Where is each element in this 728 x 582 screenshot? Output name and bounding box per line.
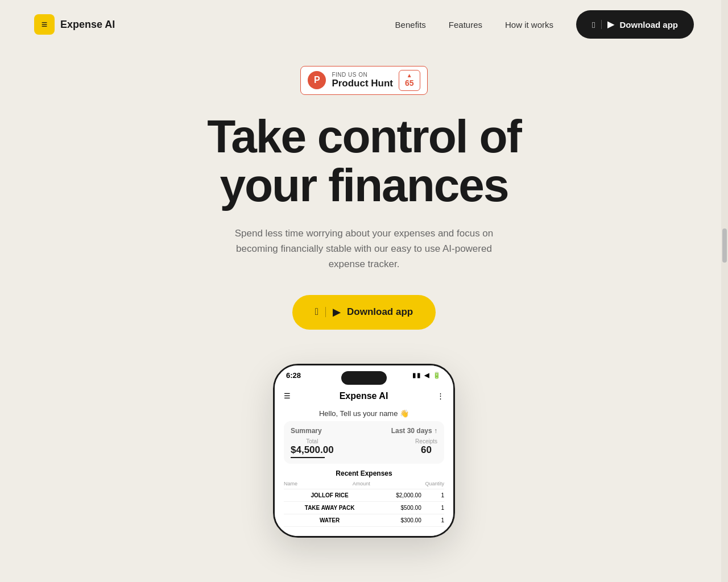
nav-links: Benefits Features How it works  ▶ Downl… [395, 10, 694, 39]
button-divider [601, 20, 602, 29]
hero-download-label: Download app [347, 306, 413, 318]
receipts-value: 60 [415, 444, 437, 456]
expense-table-header: Name Amount Quantity [284, 481, 444, 489]
recent-expenses: Recent Expenses Name Amount Quantity JOL… [284, 469, 444, 527]
hero-headline: Take control of your finances [207, 112, 521, 210]
product-hunt-text: FIND US ON Product Hunt [332, 72, 393, 89]
summary-row: Total $4,500.00 Receipts 60 [291, 438, 437, 458]
total-underline [291, 457, 325, 458]
expense-row-3: WATER $300.00 1 [284, 514, 444, 527]
votes-arrow: ▲ [407, 73, 412, 78]
nav-download-label: Download app [620, 20, 679, 30]
phone-header: ☰ Expense AI ⋮ [284, 388, 444, 405]
phone-time: 6:28 [286, 371, 301, 380]
expense-name-1: JOLLOF RICE [284, 492, 375, 498]
product-hunt-find: FIND US ON [332, 72, 393, 78]
navbar: ≡ Expense AI Benefits Features How it wo… [0, 0, 728, 49]
nav-link-how-it-works[interactable]: How it works [505, 20, 553, 30]
total-col: Total $4,500.00 [291, 438, 334, 458]
summary-header: Summary Last 30 days ↑ [291, 427, 437, 435]
product-hunt-badge[interactable]: P FIND US ON Product Hunt ▲ 65 [300, 66, 427, 95]
phone-content: ☰ Expense AI ⋮ Hello, Tell us your name … [275, 383, 453, 536]
hero-play-icon: ▶ [333, 306, 340, 318]
scrollbar-thumb[interactable] [722, 228, 727, 263]
apple-icon:  [592, 20, 595, 30]
expense-amount-2: $500.00 [375, 505, 421, 511]
hero-download-button[interactable]:  ▶ Download app [292, 295, 436, 330]
phone-summary: Summary Last 30 days ↑ Total $4,500.00 R… [284, 421, 444, 464]
summary-period: Last 30 days ↑ [391, 427, 437, 435]
logo[interactable]: ≡ Expense AI [34, 14, 115, 35]
phone-status-icons: ▮▮ ◀ 🔋 [412, 372, 442, 379]
expense-row-1: JOLLOF RICE $2,000.00 1 [284, 489, 444, 502]
product-hunt-logo: P [308, 71, 326, 89]
expense-name-2: TAKE AWAY PACK [284, 505, 375, 511]
play-icon: ▶ [607, 19, 614, 30]
col-quantity: Quantity [425, 481, 444, 487]
total-value: $4,500.00 [291, 444, 334, 456]
col-name: Name [284, 481, 297, 487]
expense-row-2: TAKE AWAY PACK $500.00 1 [284, 502, 444, 514]
product-hunt-votes: ▲ 65 [399, 70, 420, 91]
product-hunt-name: Product Hunt [332, 78, 393, 89]
hero-apple-icon:  [315, 306, 318, 318]
expense-qty-2: 1 [421, 505, 444, 511]
expense-qty-3: 1 [421, 517, 444, 523]
hero-section: P FIND US ON Product Hunt ▲ 65 Take cont… [0, 49, 728, 538]
phone-menu-icon: ☰ [284, 392, 291, 400]
summary-label: Summary [291, 427, 322, 435]
scrollbar[interactable] [721, 0, 728, 582]
hero-button-divider [325, 307, 326, 317]
receipts-label: Receipts [415, 438, 437, 444]
logo-icon: ≡ [34, 14, 55, 35]
receipts-col: Receipts 60 [415, 438, 437, 458]
phone-mockup: 6:28 ▮▮ ◀ 🔋 ☰ Expense AI ⋮ Hello, Tell u… [273, 364, 455, 538]
expense-amount-3: $300.00 [375, 517, 421, 523]
hero-subheadline: Spend less time worrying about your expe… [222, 226, 506, 272]
nav-link-features[interactable]: Features [449, 20, 482, 30]
col-amount: Amount [353, 481, 370, 487]
phone-more-icon: ⋮ [437, 392, 444, 400]
votes-count: 65 [405, 78, 414, 88]
phone-frame: 6:28 ▮▮ ◀ 🔋 ☰ Expense AI ⋮ Hello, Tell u… [273, 364, 455, 538]
total-label: Total [291, 438, 334, 444]
phone-app-title: Expense AI [291, 391, 437, 401]
headline-line1: Take control of [207, 110, 521, 162]
expense-amount-1: $2,000.00 [375, 492, 421, 498]
expense-qty-1: 1 [421, 492, 444, 498]
phone-notch [341, 371, 387, 385]
recent-title: Recent Expenses [284, 469, 444, 477]
phone-greeting: Hello, Tell us your name 👋 [284, 405, 444, 421]
nav-link-benefits[interactable]: Benefits [395, 20, 426, 30]
logo-text: Expense AI [60, 19, 115, 31]
expense-name-3: WATER [284, 517, 375, 523]
headline-line2: your finances [220, 159, 508, 211]
nav-download-button[interactable]:  ▶ Download app [576, 10, 694, 39]
